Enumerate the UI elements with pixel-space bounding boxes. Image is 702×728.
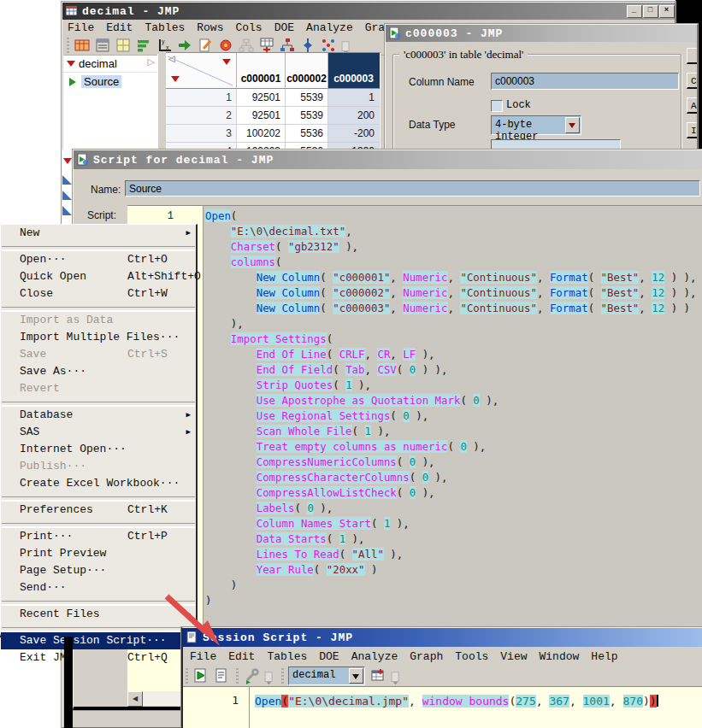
menu-window[interactable]: Window [540, 650, 580, 663]
main-titlebar[interactable]: decimal - JMP _ □ × [62, 3, 675, 20]
table-cell[interactable]: 1 [328, 89, 380, 107]
code-line[interactable]: New Column( "c000001", Numeric, "Continu… [205, 270, 702, 285]
code-line[interactable]: Charset( "gb2312" ), [205, 239, 702, 255]
pattern-icon[interactable] [217, 37, 234, 54]
menu-item-sas[interactable]: SAS▶ [1, 424, 196, 441]
table-plus-icon[interactable] [258, 37, 275, 54]
table-cell[interactable]: 92501 [237, 89, 286, 107]
menu-item-close[interactable]: CloseCtrl+W [1, 285, 196, 302]
column-header-c000003[interactable]: c000003 [328, 53, 380, 89]
code-line[interactable]: ), [205, 316, 702, 332]
plot-axes-icon[interactable]: yx [156, 37, 173, 54]
column-header-c000001[interactable]: c000001 [237, 53, 286, 89]
rows-menu-icon[interactable] [171, 76, 180, 82]
new-data-table-icon[interactable] [74, 37, 91, 54]
dialog-side-button[interactable]: I [687, 122, 698, 138]
code-line[interactable]: Scan Whole File( 1 ), [205, 424, 702, 439]
table-cell[interactable]: -200 [328, 125, 380, 143]
code-line[interactable]: ) [205, 593, 702, 608]
dialog-titlebar[interactable]: c000003 - JMP [386, 25, 697, 42]
code-line[interactable]: Column Names Start( 1 ), [205, 516, 702, 531]
menu-file[interactable]: File [68, 21, 94, 34]
close-button[interactable]: × [659, 5, 675, 18]
menu-doe[interactable]: DOE [274, 21, 294, 34]
menu-item-new[interactable]: New▶ [1, 225, 196, 242]
hierarchy-icon[interactable] [238, 37, 255, 54]
doe-icon[interactable] [320, 37, 337, 54]
code-line[interactable]: End Of Line( CRLF, CR, LF ), [205, 347, 702, 362]
table-cell[interactable]: 5539 [286, 107, 328, 125]
columns-expand-icon[interactable]: ◁ [168, 54, 175, 63]
menu-help[interactable]: Help [591, 650, 617, 663]
toolbar-overflow-icon[interactable] [264, 671, 274, 684]
menu-item-print-preview[interactable]: Print Preview [1, 545, 196, 562]
menu-item-internet-open[interactable]: Internet Open··· [1, 441, 196, 458]
code-line[interactable]: Labels( 0 ), [205, 501, 702, 516]
graph-builder-icon[interactable] [135, 37, 152, 54]
menu-item-save-as[interactable]: Save As··· [1, 363, 196, 380]
code-line[interactable]: Open("E:\0\decimal.jmp", window bounds(2… [255, 694, 702, 709]
toolbar-overflow-icon[interactable] [391, 671, 400, 684]
combo-dropdown-button[interactable] [349, 668, 363, 684]
table-combo[interactable]: decimal [288, 666, 365, 685]
menu-rows[interactable]: Rows [197, 21, 223, 34]
code-line[interactable]: New Column( "c000003", Numeric, "Continu… [205, 301, 702, 316]
panel-expand-icon[interactable]: ▷ [148, 56, 155, 68]
menu-tools[interactable]: Tools [455, 650, 488, 663]
menu-tables[interactable]: Tables [145, 21, 185, 34]
collapse-triangle-icon[interactable] [62, 206, 72, 215]
run-script-triangle-icon[interactable] [69, 78, 76, 86]
code-line[interactable]: New Column( "c000002", Numeric, "Continu… [205, 285, 702, 301]
script-titlebar[interactable]: Script for decimal - JMP [74, 150, 702, 169]
menu-cols[interactable]: Cols [235, 21, 262, 34]
menu-item-open[interactable]: Open···Ctrl+O [1, 251, 196, 268]
code-line[interactable]: "E:\0\decimal.txt", [205, 224, 702, 239]
journal-icon[interactable] [94, 37, 111, 54]
dialog-side-button[interactable]: A [687, 97, 698, 114]
menu-item-database[interactable]: Database▶ [1, 407, 196, 424]
code-line[interactable]: CompressNumericColumns( 0 ), [205, 455, 702, 470]
table-cell[interactable]: 92501 [237, 107, 286, 125]
run-script-icon[interactable] [192, 667, 209, 684]
minimize-button[interactable]: _ [627, 5, 642, 18]
code-line[interactable]: Year Rule( "20xx" ) [205, 562, 702, 578]
toolbar-grip[interactable] [186, 668, 188, 684]
column-name-field[interactable]: c000003 [491, 73, 679, 90]
red-triangle-menu-icon[interactable] [63, 158, 72, 164]
code-line[interactable]: Strip Quotes( 1 ), [205, 378, 702, 393]
code-line[interactable]: Use Regional Settings( 0 ), [205, 408, 702, 424]
code-line[interactable]: Import Settings( [205, 332, 702, 347]
columns-menu-icon[interactable] [222, 59, 231, 65]
menu-tables[interactable]: Tables [267, 650, 307, 663]
menu-item-page-setup[interactable]: Page Setup··· [1, 562, 196, 579]
menu-item-create-excel-workbook[interactable]: Create Excel Workbook··· [1, 475, 196, 492]
toolbar-grip[interactable] [67, 38, 69, 53]
code-line[interactable]: CompressCharacterColumns( 0 ), [205, 470, 702, 485]
red-triangle-menu-icon[interactable] [67, 61, 75, 67]
code-line[interactable]: ) [205, 578, 702, 593]
toolbar-grip[interactable] [236, 668, 239, 684]
table-cell[interactable]: 5536 [286, 125, 328, 143]
import-icon[interactable] [176, 37, 193, 54]
table-cell[interactable]: 5539 [286, 89, 328, 107]
layout-icon[interactable] [115, 37, 132, 54]
name-field[interactable]: Source [125, 180, 700, 197]
code-line[interactable]: Use Apostrophe as Quotation Mark( 0 ), [205, 393, 702, 408]
row-number-cell[interactable]: 2 [166, 107, 237, 125]
table-cell[interactable]: 100202 [237, 125, 286, 143]
code-line[interactable]: columns( [205, 255, 702, 270]
code-line[interactable]: Data Starts( 1 ), [205, 531, 702, 547]
tree-icon[interactable] [279, 37, 296, 54]
menu-analyze[interactable]: Analyze [306, 21, 353, 34]
lock-checkbox[interactable] [491, 100, 503, 112]
menu-item-preferences[interactable]: PreferencesCtrl+K [1, 502, 196, 519]
toolbar-grip[interactable] [281, 668, 284, 684]
row-number-cell[interactable]: 3 [166, 125, 237, 143]
wrench-icon[interactable] [243, 667, 260, 684]
menu-graph[interactable]: Graph [410, 650, 443, 663]
add-table-icon[interactable] [369, 667, 386, 684]
distribution-icon[interactable] [299, 37, 316, 54]
menu-view[interactable]: View [500, 650, 527, 663]
combo-dropdown-button[interactable] [565, 117, 580, 133]
script-editor[interactable]: Open( "E:\0\decimal.txt", Charset( "gb23… [204, 205, 702, 691]
